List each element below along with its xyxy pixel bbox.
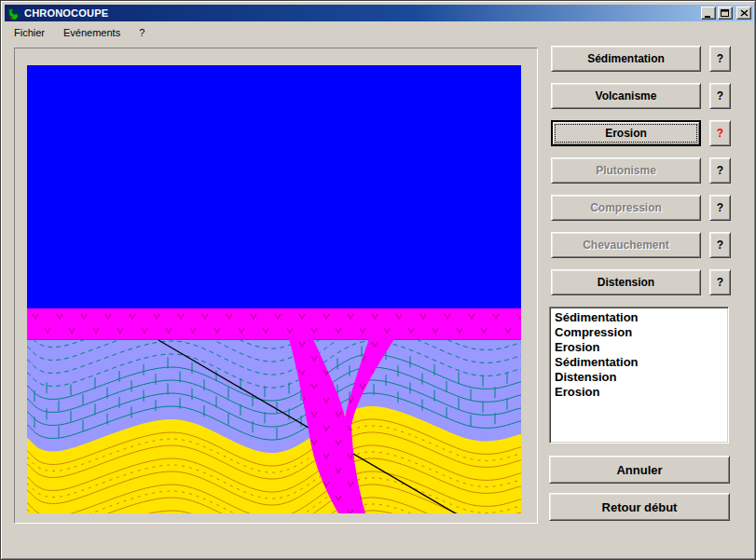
- button-plutonisme[interactable]: Plutonisme: [551, 157, 701, 184]
- help-button-sedimentation[interactable]: ?: [709, 46, 731, 72]
- history-listbox[interactable]: Sédimentation Compression Erosion Sédime…: [549, 307, 729, 444]
- app-icon-dinosaur[interactable]: [7, 7, 21, 20]
- list-item[interactable]: Compression: [555, 325, 726, 340]
- help-button-compression[interactable]: ?: [709, 195, 731, 221]
- menu-item-fichier[interactable]: Fichier: [7, 25, 51, 40]
- menu-item-help[interactable]: ?: [132, 25, 151, 40]
- help-button-erosion[interactable]: ?: [709, 120, 731, 146]
- minimize-icon: [704, 9, 713, 18]
- button-erosion[interactable]: Erosion: [551, 120, 701, 146]
- list-item[interactable]: Erosion: [555, 340, 726, 355]
- menu-item-evenements[interactable]: Evénements: [57, 25, 127, 40]
- retour-debut-button[interactable]: Retour début: [549, 493, 730, 521]
- cross-section-panel: [14, 48, 538, 524]
- geology-drawing: [27, 65, 521, 513]
- button-volcanisme[interactable]: Volcanisme: [551, 83, 701, 109]
- help-button-chevauchement[interactable]: ?: [709, 232, 731, 258]
- close-button[interactable]: [736, 7, 751, 20]
- list-item[interactable]: Sédimentation: [555, 355, 726, 370]
- help-button-plutonisme[interactable]: ?: [709, 157, 731, 184]
- maximize-icon: [721, 9, 730, 18]
- water-layer: [27, 65, 521, 308]
- button-compression[interactable]: Compression: [551, 195, 701, 221]
- help-button-volcanisme[interactable]: ?: [709, 83, 731, 109]
- titlebar[interactable]: CHRONOCOUPE: [5, 5, 753, 21]
- list-item[interactable]: Sédimentation: [555, 310, 726, 325]
- list-item[interactable]: Erosion: [555, 385, 726, 400]
- lava-flow-layer: [27, 308, 521, 339]
- menubar: Fichier Evénements ?: [5, 23, 753, 42]
- button-chevauchement[interactable]: Chevauchement: [551, 232, 701, 258]
- help-button-distension[interactable]: ?: [709, 269, 731, 295]
- window-title: CHRONOCOUPE: [24, 7, 699, 19]
- list-item[interactable]: Distension: [555, 370, 726, 385]
- geology-canvas: [27, 65, 521, 513]
- button-distension[interactable]: Distension: [551, 269, 701, 295]
- close-icon: [740, 9, 749, 17]
- annuler-button[interactable]: Annuler: [549, 456, 730, 484]
- app-window: CHRONOCOUPE Fichier Evénements ? Sédimen…: [0, 0, 756, 560]
- button-sedimentation[interactable]: Sédimentation: [551, 46, 701, 72]
- minimize-button[interactable]: [701, 7, 716, 20]
- maximize-button[interactable]: [718, 7, 733, 20]
